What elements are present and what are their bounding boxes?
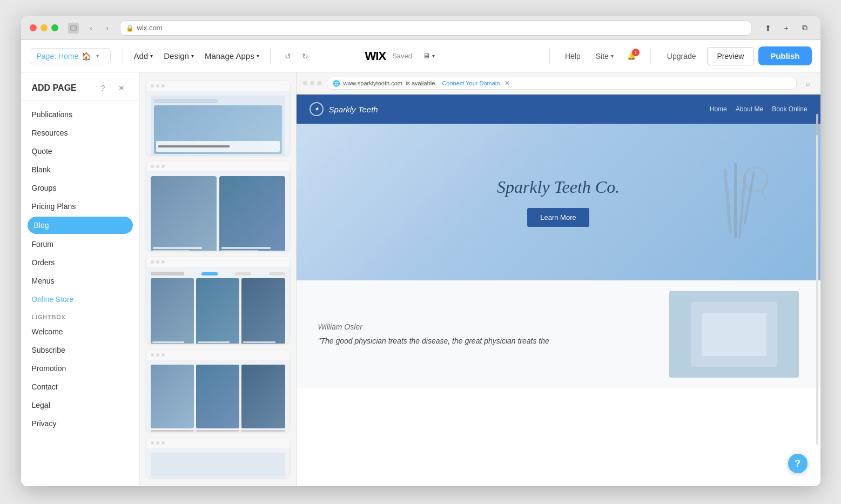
preview-card-5[interactable] [146,438,290,478]
preview-card-3[interactable] [146,257,290,344]
connect-domain-link[interactable]: Connect Your Domain [442,80,500,86]
scroll-track[interactable] [816,114,818,445]
divider-3 [549,48,550,64]
inner-search-button[interactable]: ⌕ [802,77,814,89]
dot-2 [156,260,159,264]
design-btn-label: Design [164,51,189,61]
previews-panel [140,72,297,486]
new-tab-button[interactable]: + [779,21,793,35]
preview-image-4 [146,360,290,432]
site-logo-text: Sparkly Teeth [329,105,378,114]
tab-icon [68,23,79,33]
preview-button[interactable]: Preview [707,47,755,65]
close-traffic-light[interactable] [30,24,37,31]
tab-overview-button[interactable]: ⧉ [798,21,812,35]
globe-icon: 🌐 [333,80,340,87]
inner-tl-3 [317,81,321,85]
nav-book[interactable]: Book Online [772,105,807,113]
dot-2 [156,353,159,357]
panel-title: ADD PAGE [32,83,77,93]
panel-help-button[interactable]: ? [96,81,110,95]
undo-button[interactable]: ↺ [280,49,295,64]
right-actions: Help Site ▾ 🔔 1 Upgrade Preview Publish [544,46,812,65]
scroll-thumb[interactable] [816,114,818,136]
preview-card-1[interactable] [146,81,290,155]
svg-rect-4 [734,163,737,239]
dot-1 [151,353,154,357]
main-content: ADD PAGE ? ✕ Publications Resources Quot… [21,72,820,486]
dot-1 [151,84,154,88]
sidebar-item-groups[interactable]: Groups [21,179,139,197]
url-text: wix.com [137,24,163,32]
divider-2 [270,48,271,64]
nav-about[interactable]: About Me [736,105,763,113]
sidebar-item-orders[interactable]: Orders [21,253,139,272]
site-button[interactable]: Site ▾ [590,49,619,64]
panel-close-button[interactable]: ✕ [115,81,129,95]
forward-button[interactable]: › [100,21,115,35]
sidebar-item-forum[interactable]: Forum [21,235,139,253]
sidebar-item-contact[interactable]: Contact [21,378,139,396]
site-chevron-icon: ▾ [611,53,614,59]
sidebar-item-legal[interactable]: Legal [21,396,139,414]
inner-tl-2 [310,81,314,85]
sidebar-item-menus[interactable]: Menus [21,272,139,290]
sidebar-item-resources[interactable]: Resources [21,124,139,142]
svg-rect-3 [723,168,732,233]
help-circle-button[interactable]: ? [788,454,808,473]
monitor-chevron: ▾ [432,53,435,59]
card-dots-5 [146,438,290,448]
publish-button[interactable]: Publish [758,46,811,65]
site-header: ✦ Sparkly Teeth Home About Me Book Onlin… [297,95,820,124]
hero-content: Sparkly Teeth Co. Learn More [497,177,620,227]
card-dots-1 [146,81,290,91]
page-selector[interactable]: Page: Home 🏠 ▾ [30,48,111,64]
address-bar[interactable]: 🔒 wix.com [120,21,751,36]
redo-button[interactable]: ↻ [298,49,313,64]
dot-3 [162,441,165,445]
sidebar-item-subscribe[interactable]: Subscribe [21,341,139,359]
upgrade-label: Upgrade [667,52,696,61]
monitor-button[interactable]: 🖥 ▾ [419,50,439,62]
site-content: ✦ Sparkly Teeth Home About Me Book Onlin… [297,95,820,486]
inner-address-bar[interactable]: 🌐 www.sparklytooth.com is available. Con… [327,77,797,90]
preview-card-4[interactable] [146,350,290,432]
manage-apps-button[interactable]: Manage Apps ▾ [199,48,265,64]
inner-traffic-lights [303,81,321,85]
add-btn-label: Add [134,51,149,61]
wix-logo-section: WIX Saved 🖥 ▾ [365,49,439,63]
sidebar-item-blog[interactable]: Blog [28,217,133,234]
domain-bar-close-button[interactable]: ✕ [503,79,512,88]
help-button[interactable]: Help [560,49,586,64]
preview-image-2 [146,172,290,251]
hero-learn-more-button[interactable]: Learn More [527,208,589,227]
sidebar-item-quote[interactable]: Quote [21,142,139,160]
svg-rect-5 [738,174,746,239]
upgrade-button[interactable]: Upgrade [661,49,703,64]
maximize-traffic-light[interactable] [51,24,58,31]
nav-home[interactable]: Home [710,105,727,113]
panel-header: ADD PAGE ? ✕ [21,72,139,101]
panel-header-actions: ? ✕ [96,81,129,95]
undo-redo-group: ↺ ↻ [280,49,313,64]
notifications-button[interactable]: 🔔 1 [623,48,641,65]
add-button[interactable]: Add ▾ [129,48,159,64]
dot-1 [151,165,154,168]
sidebar-item-promotion[interactable]: Promotion [21,359,139,378]
publish-label: Publish [770,51,799,61]
back-button[interactable]: ‹ [84,21,98,35]
preview-card-2[interactable] [146,162,290,251]
design-button[interactable]: Design ▾ [158,48,199,64]
sidebar-item-privacy[interactable]: Privacy [21,414,139,433]
sidebar-item-blank[interactable]: Blank [21,160,139,179]
sidebar-item-welcome[interactable]: Welcome [21,322,139,341]
sidebar-item-pricing-plans[interactable]: Pricing Plans [21,197,139,216]
share-button[interactable]: ⬆ [761,21,775,35]
minimize-traffic-light[interactable] [41,24,48,31]
dot-2 [156,84,159,88]
dot-3 [162,84,165,88]
sidebar-item-publications[interactable]: Publications [21,105,139,124]
wix-logo: WIX [365,49,386,63]
sidebar-item-online-store[interactable]: Online Store [21,290,139,308]
chevron-down-icon: ▾ [96,53,99,59]
